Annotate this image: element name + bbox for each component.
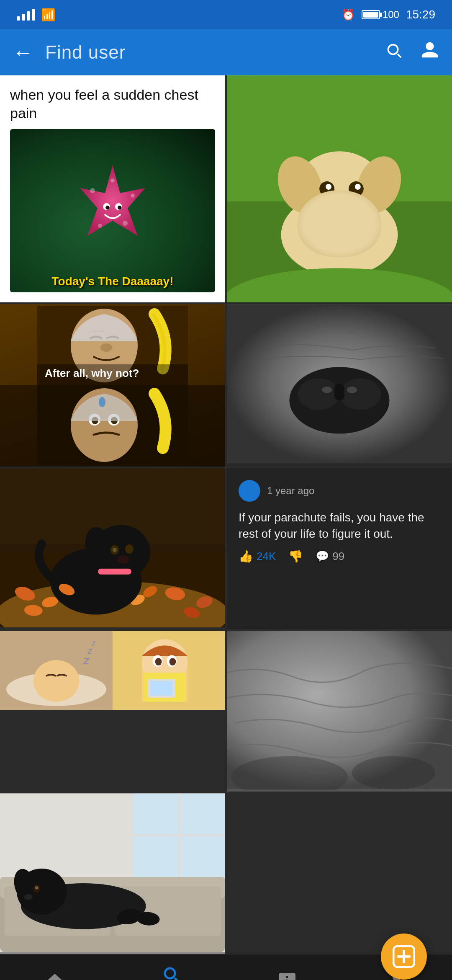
anime-panels[interactable]: z z z	[0, 631, 225, 792]
nav-chat[interactable]	[277, 971, 297, 980]
svg-point-60	[113, 548, 117, 552]
svg-rect-79	[150, 681, 173, 696]
svg-rect-57	[98, 569, 131, 575]
svg-text:z: z	[91, 639, 96, 647]
svg-point-83	[352, 756, 435, 790]
svg-point-18	[326, 184, 331, 190]
comment-text: If your parachute fails, you have the re…	[239, 509, 440, 542]
svg-point-61	[117, 555, 129, 564]
content-grid: when you feel a sudden chest pain	[0, 75, 452, 954]
svg-text:After all, why not?: After all, why not?	[45, 367, 139, 379]
status-right: ⏰ 100 15:29	[342, 8, 435, 21]
svg-point-24	[100, 343, 112, 352]
comment-number: 99	[332, 550, 344, 563]
svg-point-20	[330, 199, 349, 211]
svg-point-66	[33, 660, 80, 702]
top-nav: ← Find user	[0, 29, 452, 75]
comment-actions: 👍 24K 👎 💬 99	[239, 549, 440, 563]
svg-point-76	[169, 658, 176, 665]
svg-point-96	[35, 886, 39, 890]
comment-count[interactable]: 💬 99	[316, 550, 344, 563]
svg-point-59	[125, 544, 134, 554]
nav-icons	[384, 41, 439, 64]
clock: 15:29	[406, 8, 435, 21]
nav-home[interactable]	[45, 971, 65, 980]
svg-point-7	[98, 224, 102, 228]
comment-card[interactable]: 1 year ago If your parachute fails, you …	[227, 468, 452, 629]
meme-caption: Today's The Daaaaay!	[10, 275, 215, 288]
home-icon	[45, 971, 65, 980]
comment-header: 1 year ago	[239, 480, 440, 502]
like-count[interactable]: 👍 24K	[239, 549, 276, 563]
wifi-icon: 📶	[41, 8, 56, 22]
battery-percent: 100	[383, 9, 399, 21]
meme-image: Today's The Daaaaay!	[10, 129, 215, 292]
bilbo-meme[interactable]: After all, why not?	[0, 304, 225, 467]
like-number: 24K	[257, 550, 276, 563]
fab-add-button[interactable]	[381, 934, 427, 980]
black-dog-leaves-photo[interactable]	[0, 468, 225, 629]
profile-button[interactable]	[420, 41, 439, 64]
svg-point-3	[105, 206, 110, 210]
svg-point-6	[131, 193, 135, 198]
nav-search[interactable]: Search	[155, 964, 187, 980]
svg-rect-41	[334, 384, 344, 400]
status-left: 📶	[17, 8, 56, 22]
page-title: Find user	[45, 42, 384, 63]
thumbs-up-icon: 👍	[239, 549, 253, 563]
chat-icon	[277, 971, 297, 980]
meme-text: when you feel a sudden chest pain	[10, 85, 215, 122]
back-button[interactable]: ←	[13, 42, 33, 63]
svg-point-40	[347, 387, 357, 393]
svg-point-19	[355, 184, 361, 190]
search-nav-icon	[161, 964, 181, 980]
svg-marker-0	[80, 165, 145, 236]
dislike-button[interactable]: 👎	[288, 549, 303, 563]
signal-bars-icon	[17, 9, 35, 21]
comment-avatar	[239, 480, 260, 502]
svg-point-8	[123, 221, 128, 226]
blanket-photo[interactable]	[227, 631, 452, 792]
meme-card[interactable]: when you feel a sudden chest pain	[0, 75, 225, 302]
svg-point-97	[24, 894, 33, 900]
thumbs-down-icon: 👎	[288, 549, 303, 563]
bottom-nav: Search	[0, 954, 452, 980]
comment-time: 1 year ago	[267, 485, 314, 497]
svg-point-37	[298, 378, 339, 410]
svg-point-75	[155, 658, 162, 665]
search-button[interactable]	[384, 41, 403, 64]
battery-icon	[362, 10, 380, 19]
status-bar: 📶 ⏰ 100 15:29	[0, 0, 452, 29]
svg-point-33	[99, 397, 105, 407]
svg-point-5	[90, 188, 95, 193]
comment-bubble-icon: 💬	[316, 550, 329, 563]
add-icon	[393, 945, 415, 968]
svg-point-39	[322, 387, 332, 393]
couch-dog-photo[interactable]	[0, 793, 225, 954]
battery-block: 100	[362, 9, 399, 21]
svg-point-9	[110, 178, 115, 183]
svg-point-38	[339, 378, 381, 410]
alarm-icon: ⏰	[342, 8, 355, 21]
puppy-photo[interactable]	[227, 75, 452, 302]
dog-nose-photo[interactable]	[227, 304, 452, 467]
svg-point-4	[118, 206, 122, 210]
